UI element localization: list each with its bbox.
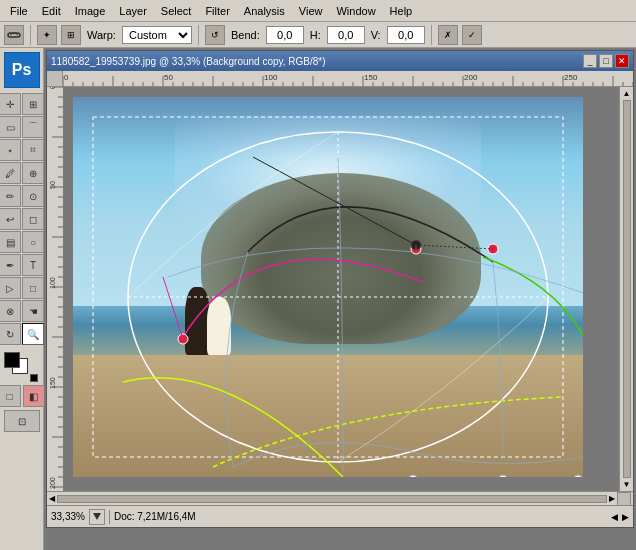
separator-1 [30,25,31,45]
menu-edit[interactable]: Edit [36,3,67,19]
document-size: Doc: 7,21M/16,4M [114,511,196,522]
maximize-button[interactable]: □ [599,54,613,68]
menu-file[interactable]: File [4,3,34,19]
ruler-row [47,71,633,87]
scroll-corner [617,492,631,506]
tool-zoom[interactable]: 🔍 [22,323,44,345]
ground-layer [73,355,583,477]
swap-colors[interactable] [30,374,38,382]
tool-group-crop: ⋆ ⌗ [0,139,44,161]
vertical-scrollbar[interactable]: ▲ ▼ [619,87,633,491]
tool-gradient[interactable]: ▤ [0,231,21,253]
menu-window[interactable]: Window [330,3,381,19]
status-separator [109,510,110,524]
h-input[interactable] [327,26,365,44]
rotate-icon[interactable]: ↺ [205,25,225,45]
svg-marker-19 [93,513,101,520]
scroll-thumb-v[interactable] [623,100,631,478]
menu-image[interactable]: Image [69,3,112,19]
tool-group-selection: ✛ ⊞ [0,93,44,115]
tool-brush[interactable]: ✏ [0,185,21,207]
person2 [207,297,231,355]
minimize-button[interactable]: _ [583,54,597,68]
menu-analysis[interactable]: Analysis [238,3,291,19]
menu-layer[interactable]: Layer [113,3,153,19]
separator-2 [198,25,199,45]
toolbox: Ps ✛ ⊞ ▭ ⌒ ⋆ ⌗ 🖉 ⊕ ✏ ⊙ ↩ ◻ ▤ ○ [0,48,44,550]
document-window: 1180582_19953739.jpg @ 33,3% (Background… [46,50,634,528]
tool-rotate-view[interactable]: ↻ [0,323,21,345]
menu-select[interactable]: Select [155,3,198,19]
scroll-down-button[interactable]: ▼ [623,480,631,489]
tool-healing[interactable]: ⊕ [22,162,44,184]
document-titlebar[interactable]: 1180582_19953739.jpg @ 33,3% (Background… [47,51,633,71]
tool-eyedropper[interactable]: 🖉 [0,162,21,184]
document-controls: _ □ ✕ [583,54,629,68]
close-button[interactable]: ✕ [615,54,629,68]
cancel-icon[interactable]: ✗ [438,25,458,45]
grid-icon[interactable]: ⊞ [61,25,81,45]
tool-pen[interactable]: ✒ [0,254,21,276]
status-arrow-right[interactable]: ▶ [622,512,629,522]
scroll-up-button[interactable]: ▲ [623,89,631,98]
people-layer [185,287,246,355]
tool-move[interactable]: ✛ [0,93,21,115]
bend-input[interactable] [266,26,304,44]
tool-text[interactable]: T [22,254,44,276]
photo-background [73,97,583,477]
tool-history-brush[interactable]: ↩ [0,208,21,230]
tool-group-brush: ✏ ⊙ [0,185,44,207]
scroll-left-button[interactable]: ◀ [49,494,55,503]
zoom-flyout[interactable] [89,509,105,525]
tool-3d[interactable]: ⊗ [0,300,21,322]
tool-eraser[interactable]: ◻ [22,208,44,230]
bend-label: Bend: [229,29,262,41]
main-area: Ps ✛ ⊞ ▭ ⌒ ⋆ ⌗ 🖉 ⊕ ✏ ⊙ ↩ ◻ ▤ ○ [0,48,636,550]
menu-filter[interactable]: Filter [199,3,235,19]
tool-artboard[interactable]: ⊞ [22,93,44,115]
menu-help[interactable]: Help [384,3,419,19]
standard-mode[interactable]: □ [0,385,21,407]
quick-mask[interactable]: ◧ [23,385,45,407]
v-input[interactable] [387,26,425,44]
screen-mode-btn[interactable]: ⊡ [4,410,40,432]
canvas-viewport[interactable] [63,87,619,491]
tool-group-history: ↩ ◻ [0,208,44,230]
person1 [185,287,209,355]
tool-icon-warp[interactable] [4,25,24,45]
vertical-ruler [47,87,63,491]
canvas-area[interactable]: 1180582_19953739.jpg @ 33,3% (Background… [44,48,636,550]
confirm-icon[interactable]: ✓ [462,25,482,45]
ps-logo: Ps [4,52,40,88]
horizontal-scrollbar[interactable]: ◀ ▶ [47,491,633,505]
tool-wand[interactable]: ⋆ [0,139,21,161]
rulers-and-canvas: ▲ ▼ [47,87,633,491]
document-title: 1180582_19953739.jpg @ 33,3% (Background… [51,56,326,67]
foreground-color[interactable] [4,352,20,368]
status-arrow-left[interactable]: ◀ [611,512,618,522]
warp-select[interactable]: Custom Arc Arch Bulge Flag Wave Fish Ris… [122,26,192,44]
image-canvas [73,97,583,477]
tool-hand[interactable]: ☚ [22,300,44,322]
tool-crop[interactable]: ⌗ [22,139,44,161]
tool-lasso[interactable]: ⌒ [22,116,44,138]
v-label: V: [369,29,383,41]
menu-bar: File Edit Image Layer Select Filter Anal… [0,0,636,22]
tool-stamp[interactable]: ⊙ [22,185,44,207]
menu-view[interactable]: View [293,3,329,19]
scroll-thumb-h[interactable] [57,495,607,503]
tool-rect-sel[interactable]: ▭ [0,116,21,138]
scroll-right-button[interactable]: ▶ [609,494,615,503]
horizontal-ruler [63,71,633,87]
tool-group-path: ▷ □ [0,277,44,299]
ruler-corner [47,71,63,87]
mode-buttons: □ ◧ [0,385,45,407]
tool-group-gradient: ▤ ○ [0,231,44,253]
tool-shape[interactable]: □ [22,277,44,299]
screen-mode: ⊡ [4,410,40,432]
tool-path-sel[interactable]: ▷ [0,277,21,299]
zoom-level: 33,33% [51,511,85,522]
tool-group-zoom: ↻ 🔍 [0,323,44,345]
move-icon[interactable]: ✦ [37,25,57,45]
tool-dodge[interactable]: ○ [22,231,44,253]
